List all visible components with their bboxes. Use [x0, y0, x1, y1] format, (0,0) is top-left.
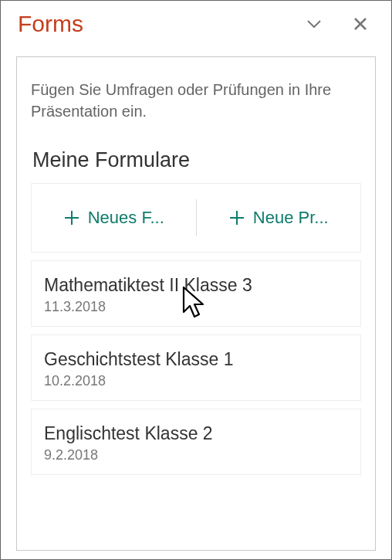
forms-panel: Fügen Sie Umfragen oder Prüfungen in Ihr… — [16, 56, 376, 551]
form-item[interactable]: Englischtest Klasse 2 9.2.2018 — [31, 409, 361, 475]
form-name: Geschichtstest Klasse 1 — [44, 349, 348, 370]
menu-dropdown-button[interactable] — [299, 8, 329, 39]
new-quiz-label: Neue Pr... — [253, 208, 329, 228]
plus-icon — [228, 209, 245, 226]
form-name: Mathematiktest II Klasse 3 — [44, 275, 348, 296]
intro-text: Fügen Sie Umfragen oder Prüfungen in Ihr… — [31, 79, 361, 122]
form-item[interactable]: Mathematiktest II Klasse 3 11.3.2018 — [31, 260, 361, 327]
pane-header: Forms — [1, 1, 391, 47]
chevron-down-icon — [307, 20, 321, 28]
close-button[interactable] — [345, 8, 376, 39]
new-form-button[interactable]: Neues F... — [32, 184, 196, 252]
pane-title: Forms — [18, 11, 283, 37]
form-item[interactable]: Geschichtstest Klasse 1 10.2.2018 — [31, 334, 361, 401]
section-title: Meine Formulare — [32, 148, 361, 172]
form-name: Englischtest Klasse 2 — [44, 423, 348, 444]
new-form-label: Neues F... — [88, 208, 164, 228]
form-date: 11.3.2018 — [44, 299, 348, 315]
form-date: 9.2.2018 — [44, 447, 348, 463]
new-quiz-button[interactable]: Neue Pr... — [197, 184, 361, 252]
form-date: 10.2.2018 — [44, 373, 348, 389]
new-actions-row: Neues F... Neue Pr... — [31, 183, 361, 253]
close-icon — [353, 17, 367, 31]
plus-icon — [63, 209, 80, 226]
